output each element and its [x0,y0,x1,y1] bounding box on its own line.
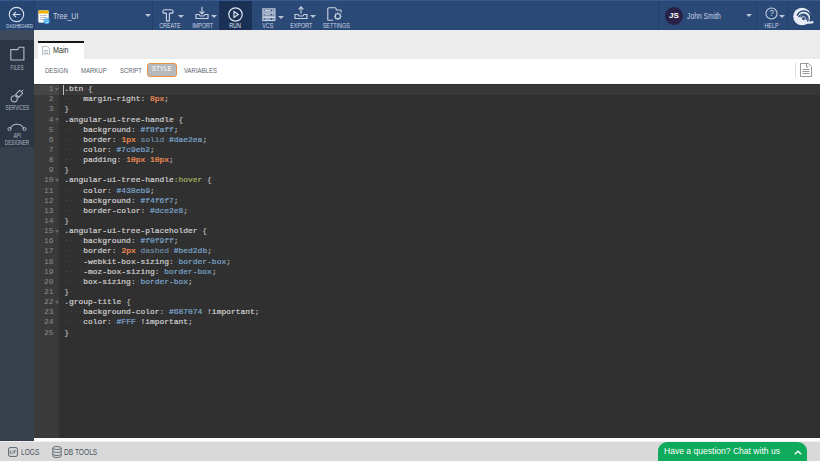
svg-text:?: ? [769,8,774,18]
